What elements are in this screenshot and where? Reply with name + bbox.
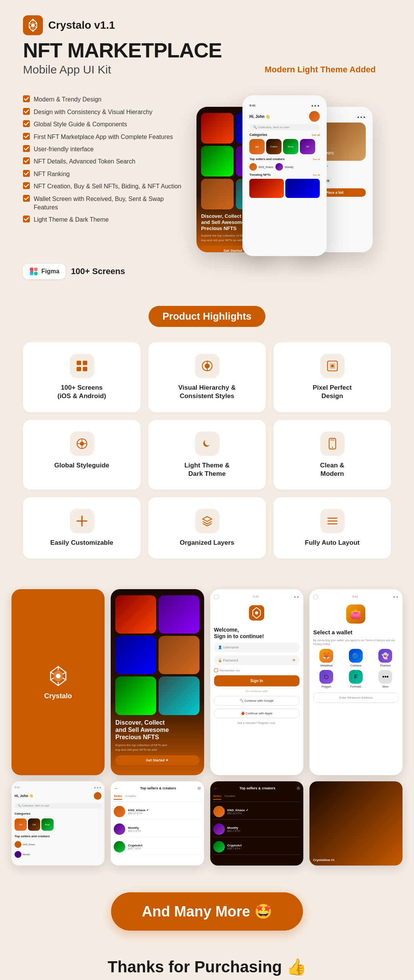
crystalo-splash-icon	[47, 665, 70, 688]
svg-rect-24	[83, 361, 87, 366]
page-wrapper: Crystalo v1.1 NFT MARKETPLACE Mobile App…	[0, 0, 414, 980]
metamask-wallet[interactable]: 🦊 MetaMask	[313, 649, 340, 667]
highlight-card-4: Light Theme &Dark Theme	[148, 420, 266, 490]
nft-art-info: CrystaGlow #1	[313, 858, 335, 862]
more-wallets[interactable]: ••• More	[372, 670, 399, 688]
section-title-badge: Product Highlights	[149, 306, 265, 327]
check-icon	[23, 145, 30, 152]
feature-text: Wallet Screen with Received, Buy, Sent &…	[34, 195, 185, 212]
feature-item: First NFT Marketplace App with Complete …	[23, 133, 185, 141]
check-icon	[23, 95, 30, 102]
highlight-card-1: Visual Hierarchy &Consistent Styles	[148, 342, 266, 412]
svg-point-54	[255, 611, 258, 614]
welcome-screen-logo	[249, 605, 264, 621]
svg-rect-23	[77, 361, 81, 366]
logo-row: Crystalo v1.1	[23, 15, 391, 35]
hero-content: Modern & Trendy Design Design with Consi…	[0, 84, 414, 256]
logo-text: Crystalo v1.1	[48, 19, 115, 31]
check-icon	[23, 195, 30, 202]
highlight-label-1: Visual Hierarchy &Consistent Styles	[178, 384, 236, 400]
svg-rect-26	[83, 367, 87, 372]
section-title-wrapper: Product Highlights	[23, 306, 391, 327]
svg-rect-19	[34, 268, 38, 271]
feature-text: Design with Consistency & Visual Hierarc…	[34, 108, 152, 116]
check-icon	[23, 182, 30, 189]
coinbase-wallet[interactable]: 🔵 Coinbase	[343, 649, 369, 667]
signin-button[interactable]: Sign In	[214, 675, 299, 686]
check-icon	[23, 157, 30, 164]
showcase-phone-5: 9:41▲▲▲ Hi, John 👋 🔍 Collection, Item or…	[11, 781, 105, 866]
highlight-icon-wrapper-2	[320, 354, 345, 378]
subtitle: Mobile App UI Kit	[23, 63, 111, 76]
highlight-card-7: Organized Layers	[148, 497, 266, 559]
apple-signin-button[interactable]: 🍎 Continue with Apple	[214, 709, 299, 718]
figma-logo-icon	[29, 267, 38, 276]
feature-text: NFT Details, Advanced Token Search	[34, 157, 135, 166]
feature-item: Design with Consistency & Visual Hierarc…	[23, 108, 185, 116]
svg-point-1	[31, 24, 34, 27]
feature-item: Wallet Screen with Received, Buy, Sent &…	[23, 195, 185, 212]
svg-point-28	[205, 364, 209, 369]
showcase-phone-7: ← Top sellers & creators ⊕ Seller Creato…	[210, 781, 303, 866]
highlights-section: Product Highlights 100+ Screens(iOS & An…	[0, 287, 414, 570]
wallet-title: Select a wallet	[313, 629, 399, 635]
highlight-card-3: Global Styleguide	[23, 420, 141, 490]
crystalo-splash: Crystalo	[44, 665, 72, 700]
password-field[interactable]: 🔒 Password 👁	[214, 655, 299, 665]
polygon-wallet[interactable]: ⬡ Polygon	[313, 670, 340, 688]
showcase-phone-1: Crystalo	[11, 589, 105, 776]
features-list: Modern & Trendy Design Design with Consi…	[23, 95, 185, 248]
showcase-phone-2: Discover, Collectand Sell AwesomePreciou…	[111, 589, 204, 776]
header-section: Crystalo v1.1 NFT MARKETPLACE Mobile App…	[0, 0, 414, 84]
main-title: NFT MARKETPLACE	[23, 39, 391, 62]
highlight-label-3: Global Styleguide	[54, 461, 110, 470]
screens-count: 100+ Screens	[71, 266, 125, 276]
check-icon	[23, 216, 30, 222]
highlight-icon-wrapper-1	[195, 354, 219, 378]
highlight-label-4: Light Theme &Dark Theme	[184, 461, 229, 478]
svg-point-46	[56, 674, 61, 678]
feature-item: NFT Details, Advanced Token Search	[23, 157, 185, 166]
highlight-icon-wrapper-8	[320, 509, 345, 533]
highlight-card-2: Pixel PerfectDesign	[273, 342, 391, 412]
figma-label: Figma	[41, 268, 59, 275]
fortmatic-wallet[interactable]: F Fortmatic	[343, 670, 369, 688]
highlight-icon-wrapper-0	[70, 354, 94, 378]
username-field[interactable]: 👤 Username	[214, 642, 299, 652]
feature-item: Light Theme & Dark Theme	[23, 216, 185, 224]
showcase-phone-8: CrystaGlow #1	[309, 781, 403, 866]
thanks-text: Thanks for Purchasing 👍	[23, 957, 391, 976]
highlight-icon-wrapper-5	[320, 431, 345, 456]
title-row: NFT MARKETPLACE	[23, 39, 391, 62]
highlight-card-6: Easily Customizable	[23, 497, 141, 559]
highlight-label-7: Organized Layers	[180, 539, 234, 547]
feature-text: Global Style Guide & Components	[34, 120, 127, 129]
highlight-label-6: Easily Customizable	[50, 539, 113, 547]
feature-text: NFT Ranking	[34, 170, 70, 178]
highlight-card-5: Clean &Modern	[273, 420, 391, 490]
highlights-grid: 100+ Screens(iOS & Android) Visual Hiera…	[23, 342, 391, 558]
feature-item: User-friendly interface	[23, 145, 185, 154]
highlight-card-0: 100+ Screens(iOS & Android)	[23, 342, 141, 412]
highlight-label-2: Pixel PerfectDesign	[313, 384, 352, 400]
cta-button[interactable]: And Many More 🤩	[111, 892, 303, 931]
check-icon	[23, 133, 30, 140]
highlight-icon-wrapper-6	[70, 509, 94, 533]
svg-rect-33	[331, 365, 333, 367]
crystalo-logo-icon	[23, 15, 43, 35]
showcase-section: Crystalo Discover, Collect	[0, 570, 414, 877]
showcase-phone-4: 9:41 ▲▲ 👛 Select a wallet By connecting …	[309, 589, 403, 776]
feature-text: First NFT Marketplace App with Complete …	[34, 133, 173, 141]
phantom-wallet[interactable]: 👻 Phantom	[372, 649, 399, 667]
modern-badge: Modern Light Theme Added	[265, 65, 376, 75]
highlight-icon-wrapper-4	[195, 431, 219, 456]
subtitle-row: Mobile App UI Kit Modern Light Theme Add…	[23, 63, 391, 76]
feature-text: Light Theme & Dark Theme	[34, 216, 109, 224]
thanks-section: Thanks for Purchasing 👍	[0, 946, 414, 980]
feature-text: User-friendly interface	[34, 145, 94, 154]
showcase-grid-row1: Crystalo Discover, Collect	[11, 589, 403, 776]
highlight-label-8: Fully Auto Layout	[305, 539, 360, 547]
highlight-icon-wrapper-7	[195, 509, 219, 533]
check-icon	[23, 120, 30, 127]
google-signin-button[interactable]: 🔍 Continue with Google	[214, 696, 299, 706]
